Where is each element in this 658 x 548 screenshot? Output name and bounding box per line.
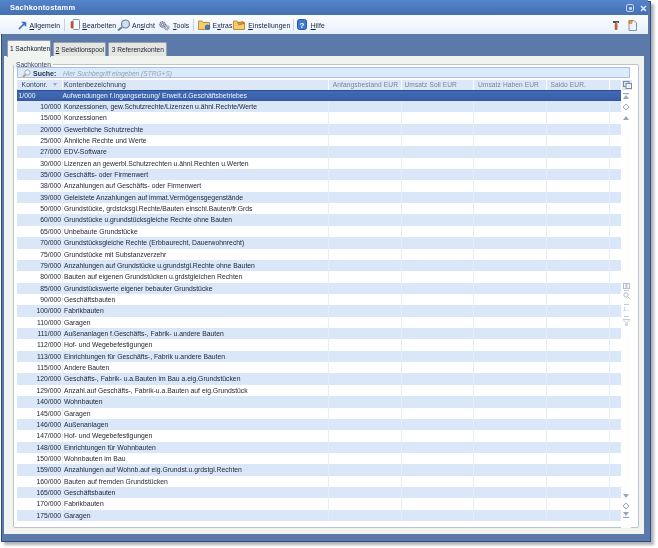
svg-text:?: ? <box>300 21 305 30</box>
svg-text:1..: 1.. <box>623 306 630 312</box>
